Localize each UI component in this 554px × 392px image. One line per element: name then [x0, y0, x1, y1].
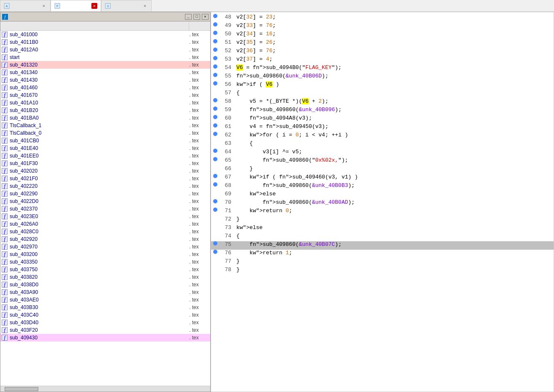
tab-strings[interactable]: S ✕ — [101, 0, 152, 11]
func-seg: . tex — [189, 274, 210, 280]
func-row[interactable]: f sub_401320 . tex — [0, 61, 210, 69]
func-row[interactable]: f sub_4011B0 . tex — [0, 38, 210, 46]
code-line: 69 kw">else — [211, 191, 554, 199]
line-dot — [211, 107, 219, 111]
scrollbar-thumb-h[interactable] — [5, 387, 38, 391]
line-number: 63 — [219, 140, 235, 147]
func-row[interactable]: f sub_401340 . tex — [0, 69, 210, 76]
func-row[interactable]: f sub_403D40 . tex — [0, 319, 210, 326]
line-number: 53 — [219, 56, 235, 62]
line-number: 65 — [219, 157, 235, 163]
func-name: sub_403A90 — [9, 289, 189, 295]
func-icon: f — [0, 311, 9, 319]
code-content[interactable]: 48v2[32] = 23;49v2[33] = 76;50v2[34] = 1… — [211, 12, 554, 392]
func-row[interactable]: f TlsCallback_1 . tex — [0, 122, 210, 129]
func-row[interactable]: f sub_4022D0 . tex — [0, 197, 210, 205]
code-line: 65 fn">sub_409860("0x%02x,"); — [211, 157, 554, 165]
line-number: 62 — [219, 132, 235, 138]
func-row[interactable]: f sub_402920 . tex — [0, 235, 210, 243]
breakpoint-dot — [213, 182, 217, 187]
func-row[interactable]: f sub_403750 . tex — [0, 266, 210, 273]
func-seg: . tex — [189, 138, 210, 144]
func-row[interactable]: f sub_403C40 . tex — [0, 311, 210, 319]
line-number: 58 — [219, 98, 235, 104]
func-row[interactable]: f sub_401CB0 . tex — [0, 137, 210, 144]
func-icon: f — [0, 167, 9, 175]
functions-scrollbar-h[interactable] — [0, 386, 210, 392]
func-row[interactable]: f sub_402970 . tex — [0, 243, 210, 251]
tab-ida-view-close[interactable]: ✕ — [41, 3, 47, 9]
func-row[interactable]: f sub_401670 . tex — [0, 91, 210, 99]
func-row[interactable]: f TlsCallback_0 . tex — [0, 129, 210, 137]
func-seg: . tex — [189, 77, 210, 83]
func-row[interactable]: f sub_401460 . tex — [0, 84, 210, 91]
line-number: 71 — [219, 208, 235, 214]
func-name: sub_403B30 — [9, 304, 189, 310]
func-row[interactable]: f sub_403820 . tex — [0, 273, 210, 281]
func-name: sub_4026A0 — [9, 221, 189, 227]
code-line: 72} — [211, 216, 554, 224]
func-seg: . tex — [189, 145, 210, 151]
line-dot — [211, 31, 219, 35]
func-row[interactable]: f sub_4026A0 . tex — [0, 220, 210, 228]
line-number: 57 — [219, 90, 235, 96]
func-row[interactable]: f start . tex — [0, 53, 210, 61]
functions-minimize-btn[interactable]: _ — [185, 14, 192, 20]
func-seg: . tex — [189, 320, 210, 325]
func-name: sub_401B20 — [9, 107, 189, 113]
func-row[interactable]: f sub_403350 . tex — [0, 258, 210, 266]
func-name: sub_4012A0 — [9, 47, 189, 53]
func-row[interactable]: f sub_403A90 . tex — [0, 288, 210, 296]
func-row[interactable]: f sub_4021F0 . tex — [0, 175, 210, 182]
func-icon: f — [0, 31, 9, 38]
code-line: 48v2[32] = 23; — [211, 14, 554, 22]
tab-strings-close[interactable]: ✕ — [142, 3, 148, 9]
func-row[interactable]: f sub_402220 . tex — [0, 182, 210, 190]
func-row[interactable]: f sub_401430 . tex — [0, 76, 210, 84]
func-name: sub_402020 — [9, 168, 189, 174]
func-row[interactable]: f sub_403F20 . tex — [0, 326, 210, 334]
func-name: sub_4028C0 — [9, 229, 189, 235]
func-seg: . tex — [189, 153, 210, 159]
func-row[interactable]: f sub_401B20 . tex — [0, 107, 210, 114]
functions-list[interactable]: f sub_401000 . tex f sub_4011B0 . tex f … — [0, 31, 210, 386]
code-line: 70 fn">sub_409860(&unk_40B0AD); — [211, 199, 554, 208]
tab-pseudocode-b-close[interactable]: ✕ — [91, 3, 97, 9]
tab-pseudocode-b[interactable]: P ✕ — [51, 0, 101, 11]
func-row[interactable]: f sub_403AE0 . tex — [0, 296, 210, 304]
code-line: 51v2[35] = 26; — [211, 39, 554, 48]
func-row[interactable]: f sub_4023E0 . tex — [0, 213, 210, 220]
breakpoint-dot — [213, 56, 217, 60]
functions-close-btn[interactable]: ✕ — [202, 14, 209, 20]
func-row[interactable]: f sub_409430 . tex — [0, 334, 210, 341]
func-row[interactable]: f sub_403B30 . tex — [0, 304, 210, 311]
func-row[interactable]: f sub_402370 . tex — [0, 205, 210, 213]
line-dot — [211, 73, 219, 77]
func-name: TlsCallback_0 — [9, 130, 189, 136]
func-row[interactable]: f sub_401E40 . tex — [0, 144, 210, 152]
func-row[interactable]: f sub_401EE0 . tex — [0, 152, 210, 160]
breakpoint-dot — [213, 132, 217, 136]
line-code: { — [235, 140, 554, 147]
line-code: kw">if ( V6 ) — [235, 81, 554, 88]
func-row[interactable]: f sub_401A10 . tex — [0, 99, 210, 107]
func-row[interactable]: f sub_401BA0 . tex — [0, 114, 210, 122]
func-seg: . tex — [189, 123, 210, 128]
func-row[interactable]: f sub_403200 . tex — [0, 251, 210, 258]
func-name: sub_403750 — [9, 267, 189, 272]
func-row[interactable]: f sub_401000 . tex — [0, 31, 210, 38]
code-line: 64 v3[i] ^= v5; — [211, 149, 554, 157]
func-icon: f — [0, 99, 9, 107]
func-row[interactable]: f sub_402020 . tex — [0, 167, 210, 175]
func-row[interactable]: f sub_401F30 . tex — [0, 160, 210, 167]
line-code: { — [235, 90, 554, 96]
functions-restore-btn[interactable]: □ — [193, 14, 200, 20]
func-name: sub_403D40 — [9, 320, 189, 325]
func-row[interactable]: f sub_4028C0 . tex — [0, 228, 210, 235]
func-seg: . tex — [189, 85, 210, 91]
func-row[interactable]: f sub_402290 . tex — [0, 190, 210, 197]
func-row[interactable]: f sub_4012A0 . tex — [0, 46, 210, 53]
func-row[interactable]: f sub_4038D0 . tex — [0, 281, 210, 288]
line-code: } — [235, 267, 554, 273]
tab-ida-view[interactable]: A ✕ — [0, 0, 51, 11]
